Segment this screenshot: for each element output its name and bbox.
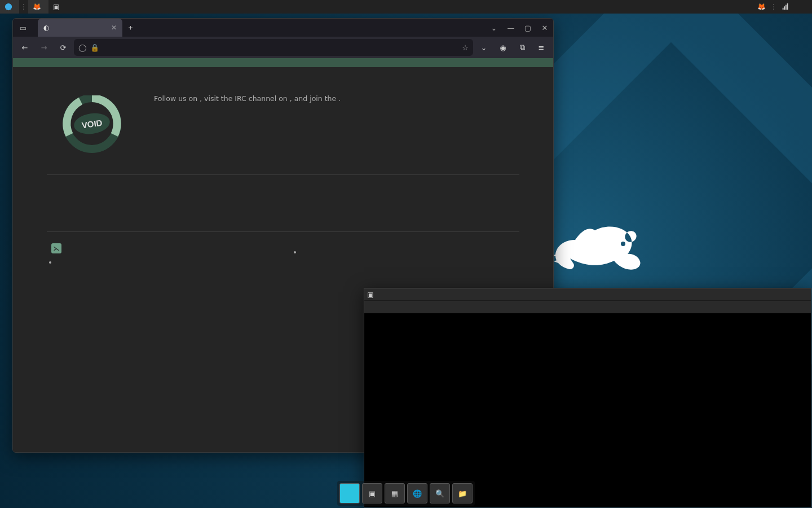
- wallpaper-xfce-mouse: [553, 214, 654, 277]
- xfce-terminal-window: ▣: [364, 288, 811, 507]
- panel-user[interactable]: [803, 0, 812, 14]
- nav-reload-button[interactable]: ⟳: [55, 39, 72, 56]
- firefox-toolbar: ← → ⟳ ◯ 🔒 ☆ ⌄ ◉ ⧉ ≡: [13, 37, 553, 58]
- tray-firefox-icon[interactable]: 🦊: [753, 0, 770, 14]
- panel-separator: ⋮: [770, 3, 777, 11]
- divider: [47, 231, 519, 232]
- firefox-icon: 🦊: [33, 3, 41, 11]
- dock-web-browser[interactable]: 🌐: [407, 483, 427, 503]
- tray-network-icon[interactable]: [777, 0, 794, 14]
- bookmark-star-icon[interactable]: ☆: [462, 43, 469, 52]
- divider: [47, 174, 519, 175]
- taskbar-item-firefox[interactable]: 🦊: [28, 0, 48, 14]
- applications-menu[interactable]: [0, 0, 19, 14]
- list-tabs-button[interactable]: ⌄: [486, 19, 502, 37]
- save-to-pocket-icon[interactable]: ⌄: [475, 39, 492, 56]
- void-logo: VOID: [47, 84, 137, 157]
- window-close-button[interactable]: ✕: [536, 19, 553, 37]
- feature-columns: [13, 181, 553, 203]
- feed-item[interactable]: [302, 248, 519, 256]
- url-bar[interactable]: ◯ 🔒 ☆: [74, 39, 473, 56]
- extensions-icon[interactable]: ⧉: [514, 39, 531, 56]
- firefox-spaces-icon[interactable]: ▭: [13, 24, 33, 32]
- lock-icon: 🔒: [90, 43, 99, 52]
- feed-heading: ⋋: [47, 243, 275, 253]
- new-tab-button[interactable]: ＋: [122, 20, 138, 36]
- tab-favicon: ◐: [43, 24, 49, 32]
- taskbar-item-terminal[interactable]: ▣: [48, 0, 67, 14]
- nav-back-button[interactable]: ←: [16, 39, 33, 56]
- window-minimize-button[interactable]: —: [502, 19, 519, 37]
- dock-terminal[interactable]: ▣: [362, 483, 382, 503]
- tab-close-icon[interactable]: ✕: [111, 24, 117, 32]
- terminal-icon: ▣: [53, 3, 59, 11]
- terminal-app-icon: ▣: [364, 291, 377, 299]
- firefox-tabbar: ▭ ◐ ✕ ＋ ⌄ — ▢ ✕: [13, 19, 553, 37]
- xfce-panel: ⋮ 🦊 ▣ 🦊 ⋮: [0, 0, 812, 14]
- app-menu-button[interactable]: ≡: [533, 39, 550, 56]
- nav-forward-button[interactable]: →: [36, 39, 52, 56]
- feature-columns: [13, 203, 553, 226]
- svg-point-0: [5, 3, 12, 10]
- terminal-content[interactable]: [364, 313, 811, 507]
- browser-tab[interactable]: ◐ ✕: [38, 19, 122, 37]
- feed-section: ⋋: [13, 238, 553, 283]
- rss-icon[interactable]: ⋋: [51, 243, 61, 253]
- site-nav: [13, 58, 553, 67]
- terminal-titlebar[interactable]: ▣: [364, 288, 811, 301]
- xfce-dock: ▣ ▦ 🌐 🔍 📁: [337, 481, 475, 506]
- shield-icon: ◯: [78, 43, 87, 52]
- dock-file-manager[interactable]: ▦: [385, 483, 405, 503]
- feed-item[interactable]: [57, 258, 275, 266]
- terminal-menubar: [364, 301, 811, 313]
- dock-show-desktop[interactable]: [339, 483, 360, 503]
- hero-para: Follow us on , visit the IRC channel on …: [154, 93, 519, 104]
- dock-app-finder[interactable]: 🔍: [430, 483, 450, 503]
- window-maximize-button[interactable]: ▢: [519, 19, 536, 37]
- panel-separator: ⋮: [19, 3, 28, 11]
- dock-home[interactable]: 📁: [452, 483, 473, 503]
- xfce-logo-icon: [5, 3, 12, 11]
- account-icon[interactable]: ◉: [495, 39, 511, 56]
